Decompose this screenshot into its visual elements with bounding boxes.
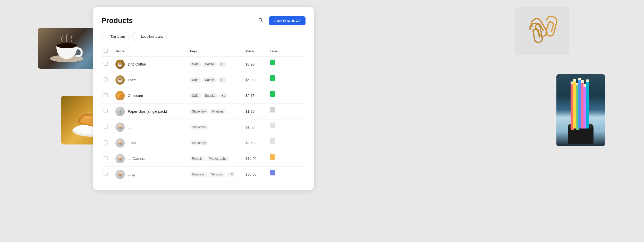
tags-column-header: Tags [186,46,242,57]
select-all-checkbox[interactable] [104,49,108,53]
tag-chip[interactable]: Business [189,172,207,177]
price-column-header: Price [242,46,267,57]
add-product-button[interactable]: ADD PRODUCT [269,16,306,25]
label-color-swatch[interactable] [270,154,275,160]
row-tags-cell: RentalsPhotography [186,151,242,167]
row-tags-cell: StationaryPrinting [186,104,242,119]
product-avatar: ☕ [115,60,125,69]
row-select-cell [101,88,112,104]
row-name-cell: 🥐Croissant [112,88,186,104]
product-avatar: 📦 [115,154,125,163]
row-more-cell [291,167,306,182]
row-tags-cell: CafeSnacks+1 [186,88,242,104]
table-row: 📦...ngBusinessServices+2$30.00 [101,167,306,182]
product-name: Latte [128,78,136,82]
row-name-cell: ☕Latte [112,72,186,88]
tag-chip[interactable]: Cafe [189,77,201,83]
row-name-cell: ☕Drip Coffee [112,57,186,72]
row-select-cell [101,135,112,151]
filter-icon-2 [136,34,140,39]
product-avatar: 📦 [115,170,125,179]
row-select-cell [101,119,112,135]
product-name: Croissant [128,94,143,98]
row-checkbox[interactable] [104,93,108,97]
tag-chip[interactable]: Cafe [189,93,201,98]
tag-chip[interactable]: Coffee [202,62,217,67]
tag-chip[interactable]: +1 [218,77,227,83]
row-price-cell: $5.90 [242,72,267,88]
product-avatar: 📎 [115,107,125,116]
tag-filter-label: Tag is any [111,35,126,38]
row-label-cell [267,104,291,116]
label-color-swatch[interactable] [270,170,275,175]
tag-chip[interactable]: Coffee [202,77,217,83]
tag-chip[interactable]: Snacks [202,93,218,98]
tag-chip[interactable]: Stationary [189,109,208,114]
tag-chip[interactable]: Photography [206,156,229,161]
search-button[interactable] [256,15,266,26]
svg-point-1 [56,43,77,48]
product-name: ...l Camera [128,157,145,161]
products-table: Name Tags Price Label ☕Drip CoffeeCafeCo… [101,46,306,182]
label-color-swatch[interactable] [270,123,275,128]
row-tags-cell: Stationary [186,135,242,151]
label-color-swatch[interactable] [270,60,275,65]
product-avatar: ☕ [115,75,125,85]
header-actions: ADD PRODUCT [256,15,306,26]
label-color-swatch[interactable] [270,138,275,144]
row-select-cell [101,104,112,119]
table-row: 🥐CroissantCafeSnacks+1$2.75 [101,88,306,104]
more-options-button[interactable]: ⋮ [294,76,302,84]
row-checkbox[interactable] [104,62,108,66]
pencils-background-image [556,74,605,146]
row-label-cell [267,57,291,68]
row-checkbox[interactable] [104,172,108,176]
row-label-cell [267,119,291,131]
row-select-cell [101,167,112,182]
tag-chip[interactable]: Stationary [189,125,208,130]
row-more-cell [291,151,306,167]
product-name: ... [128,125,131,129]
location-filter-chip[interactable]: Location is any [132,32,167,41]
tag-chip[interactable]: Cafe [189,62,201,67]
label-color-swatch[interactable] [270,107,275,112]
row-checkbox[interactable] [104,125,108,129]
tag-chip[interactable]: +2 [227,172,235,177]
tag-chip[interactable]: Stationary [189,140,208,146]
tag-chip[interactable]: +1 [219,93,228,98]
product-name: Drip Coffee [128,62,146,66]
svg-rect-15 [581,80,584,83]
tag-chip[interactable]: +1 [218,62,227,67]
select-all-header [101,46,112,57]
tag-chip[interactable]: Services [208,172,225,177]
row-price-cell: $3.90 [242,57,267,72]
page-title: Products [101,17,133,25]
row-checkbox[interactable] [104,109,108,113]
label-color-swatch[interactable] [270,75,275,81]
row-checkbox[interactable] [104,77,108,82]
tag-chip[interactable]: Printing [210,109,225,114]
row-checkbox[interactable] [104,140,108,144]
row-name-cell: 📦...ook [112,135,186,151]
more-options-button[interactable]: ⋮ [294,60,302,68]
row-tags-cell: Stationary [186,119,242,135]
row-name-cell: 📦...ng [112,167,186,182]
row-label-cell [267,135,291,147]
svg-line-21 [261,21,263,22]
row-checkbox[interactable] [104,156,108,160]
svg-rect-18 [586,80,589,128]
product-avatar: 📦 [115,138,125,148]
label-color-swatch[interactable] [270,91,275,97]
row-tags-cell: BusinessServices+2 [186,167,242,182]
tag-filter-chip[interactable]: Tag is any [101,32,130,41]
row-more-cell [291,135,306,151]
name-column-header: Name [112,46,186,57]
product-name: Paper clips (single pack) [128,109,167,114]
product-avatar: 📦 [115,123,125,132]
row-label-cell [267,72,291,84]
card-header: Products ADD PRODUCT [101,15,306,26]
row-more-cell [291,119,306,135]
filters-row: Tag is any Location is any [101,32,306,41]
product-name: ...ook [128,141,137,145]
tag-chip[interactable]: Rentals [189,156,205,161]
